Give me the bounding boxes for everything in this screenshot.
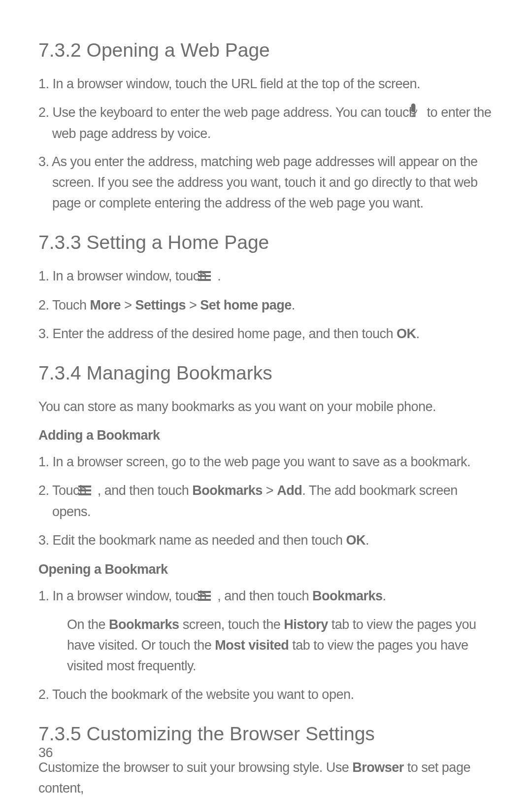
list-num: 3. bbox=[38, 533, 49, 548]
document-page: 7.3.2 Opening a Web Page 1. In a browser… bbox=[0, 0, 532, 797]
heading-735: 7.3.5 Customizing the Browser Settings bbox=[38, 723, 494, 745]
bold-text: Browser bbox=[352, 760, 404, 775]
list-text: In a browser window, touch bbox=[53, 269, 210, 283]
s733-item-1: 1. In a browser window, touch . bbox=[38, 266, 494, 287]
s734-sub1-item-3: 3. Edit the bookmark name as needed and … bbox=[38, 530, 494, 551]
list-num: 1. bbox=[38, 589, 49, 603]
s735-p1: Customize the browser to suit your brows… bbox=[38, 758, 494, 797]
list-text: screen, touch the bbox=[179, 617, 284, 632]
heading-732: 7.3.2 Opening a Web Page bbox=[38, 39, 494, 61]
bold-text: Bookmarks bbox=[312, 589, 383, 603]
list-text: On the bbox=[67, 617, 109, 632]
s734-intro: You can store as many bookmarks as you w… bbox=[38, 397, 494, 417]
list-text: . bbox=[366, 533, 369, 548]
bold-text: Bookmarks bbox=[192, 483, 263, 498]
list-num: 3. bbox=[38, 326, 49, 341]
list-text: As you enter the address, matching web p… bbox=[52, 154, 478, 210]
list-text: In a browser window, touch the URL field… bbox=[53, 76, 420, 91]
bold-text: Settings bbox=[135, 298, 186, 312]
list-text: Touch bbox=[52, 298, 90, 312]
list-num: 1. bbox=[38, 76, 49, 91]
svg-rect-6 bbox=[198, 591, 211, 593]
list-text: , and then touch bbox=[217, 589, 312, 603]
section-732: 7.3.2 Opening a Web Page 1. In a browser… bbox=[38, 39, 494, 214]
list-text: . bbox=[292, 298, 295, 312]
s733-item-2: 2. Touch More > Settings > Set home page… bbox=[38, 295, 494, 316]
s734-sub2-item-1: 1. In a browser window, touch , and then… bbox=[38, 586, 494, 607]
s734-sub1-title: Adding a Bookmark bbox=[38, 428, 494, 443]
body-text: Customize the browser to suit your brows… bbox=[38, 760, 352, 775]
list-text: . bbox=[382, 589, 386, 603]
s732-item-2: 2. Use the keyboard to enter the web pag… bbox=[38, 103, 494, 144]
list-text: . bbox=[217, 269, 221, 283]
list-num: 2. bbox=[38, 298, 49, 312]
s734-sub1-item-1: 1. In a browser screen, go to the web pa… bbox=[38, 452, 494, 473]
svg-rect-8 bbox=[198, 599, 211, 601]
list-text: > bbox=[121, 298, 135, 312]
bold-text: Most visited bbox=[215, 638, 289, 653]
heading-733: 7.3.3 Setting a Home Page bbox=[38, 232, 494, 253]
svg-rect-3 bbox=[78, 485, 91, 487]
s734-sub2-subpara: On the Bookmarks screen, touch the Histo… bbox=[38, 615, 494, 677]
section-733: 7.3.3 Setting a Home Page 1. In a browse… bbox=[38, 232, 494, 344]
page-number: 36 bbox=[38, 745, 53, 761]
svg-rect-2 bbox=[198, 279, 211, 281]
list-text: Enter the address of the desired home pa… bbox=[53, 326, 397, 341]
list-text: . bbox=[416, 326, 420, 341]
s732-item-3: 3. As you enter the address, matching we… bbox=[38, 152, 494, 214]
list-num: 3. bbox=[38, 154, 49, 169]
list-text: > bbox=[263, 483, 277, 498]
list-num: 2. bbox=[38, 105, 49, 120]
svg-rect-7 bbox=[198, 595, 211, 597]
bold-text: OK bbox=[397, 326, 416, 341]
list-text: , and then touch bbox=[98, 483, 193, 498]
section-734: 7.3.4 Managing Bookmarks You can store a… bbox=[38, 362, 494, 705]
bold-text: Add bbox=[277, 483, 302, 498]
list-text: In a browser window, touch bbox=[53, 589, 210, 603]
list-num: 1. bbox=[38, 269, 49, 283]
svg-rect-1 bbox=[198, 275, 211, 277]
list-text: Touch the bookmark of the website you wa… bbox=[52, 687, 354, 702]
list-num: 2. bbox=[38, 687, 49, 702]
section-735: 7.3.5 Customizing the Browser Settings C… bbox=[38, 723, 494, 797]
list-num: 1. bbox=[38, 454, 49, 469]
svg-rect-0 bbox=[198, 271, 211, 273]
list-text: Use the keyboard to enter the web page a… bbox=[53, 105, 420, 120]
svg-rect-4 bbox=[78, 489, 91, 491]
bold-text: History bbox=[284, 617, 328, 632]
s734-sub1-item-2: 2. Touch , and then touch Bookmarks > Ad… bbox=[38, 481, 494, 522]
list-text: In a browser screen, go to the web page … bbox=[53, 454, 471, 469]
s732-item-1: 1. In a browser window, touch the URL fi… bbox=[38, 74, 494, 95]
heading-734: 7.3.4 Managing Bookmarks bbox=[38, 362, 494, 384]
bold-text: Bookmarks bbox=[109, 617, 179, 632]
list-text: > bbox=[186, 298, 200, 312]
bold-text: OK bbox=[346, 533, 366, 548]
bold-text: Set home page bbox=[200, 298, 292, 312]
s734-sub2-item-2: 2. Touch the bookmark of the website you… bbox=[38, 685, 494, 705]
s734-sub2-title: Opening a Bookmark bbox=[38, 562, 494, 577]
svg-rect-5 bbox=[78, 493, 91, 495]
list-num: 2. bbox=[38, 483, 49, 498]
list-text: Edit the bookmark name as needed and the… bbox=[53, 533, 346, 548]
s733-item-3: 3. Enter the address of the desired home… bbox=[38, 324, 494, 345]
bold-text: More bbox=[90, 298, 121, 312]
